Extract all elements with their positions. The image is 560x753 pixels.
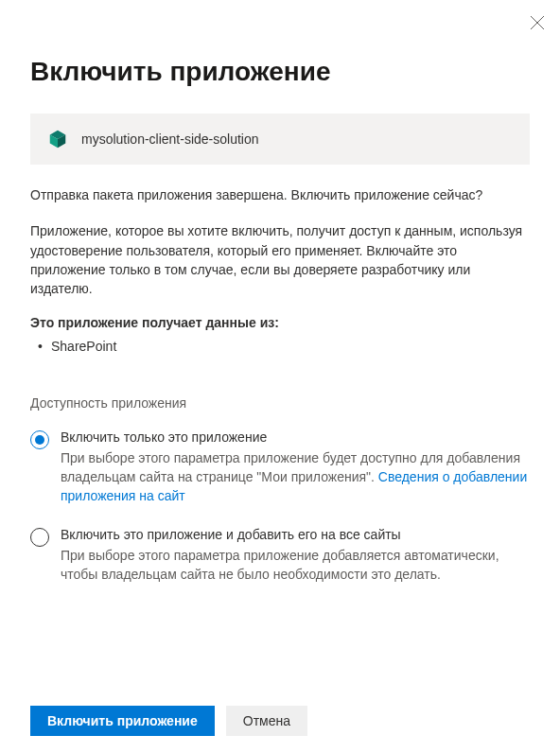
radio-content: Включить это приложение и добавить его н… bbox=[61, 527, 530, 585]
intro-text: Отправка пакета приложения завершена. Вк… bbox=[30, 185, 530, 204]
enable-button[interactable]: Включить приложение bbox=[30, 706, 215, 736]
data-sources-list: SharePoint bbox=[30, 336, 530, 357]
radio-label[interactable]: Включить только это приложение bbox=[61, 429, 530, 445]
radio-option-all-sites[interactable]: Включить это приложение и добавить его н… bbox=[30, 527, 530, 585]
data-access-heading: Это приложение получает данные из: bbox=[30, 315, 530, 330]
app-card: mysolution-client-side-solution bbox=[30, 114, 530, 165]
availability-heading: Доступность приложения bbox=[30, 395, 530, 411]
close-icon bbox=[531, 16, 544, 29]
dialog-title: Включить приложение bbox=[30, 57, 530, 87]
data-source-item: SharePoint bbox=[34, 336, 530, 357]
close-button[interactable] bbox=[526, 11, 549, 34]
radio-input-only-this[interactable] bbox=[30, 430, 49, 449]
radio-description: При выборе этого параметра приложение бу… bbox=[61, 448, 530, 506]
app-name: mysolution-client-side-solution bbox=[81, 131, 259, 147]
radio-description: При выборе этого параметра приложение до… bbox=[61, 546, 530, 585]
radio-label[interactable]: Включить это приложение и добавить его н… bbox=[61, 527, 530, 542]
dialog-container: Включить приложение mysolution-client-si… bbox=[0, 0, 560, 584]
dialog-footer: Включить приложение Отмена bbox=[30, 706, 307, 736]
package-icon bbox=[47, 129, 68, 149]
cancel-button[interactable]: Отмена bbox=[226, 706, 307, 736]
radio-input-all-sites[interactable] bbox=[30, 528, 49, 547]
radio-content: Включить только это приложение При выбор… bbox=[61, 429, 530, 506]
radio-option-only-this[interactable]: Включить только это приложение При выбор… bbox=[30, 429, 530, 506]
description-text: Приложение, которое вы хотите включить, … bbox=[30, 221, 530, 298]
